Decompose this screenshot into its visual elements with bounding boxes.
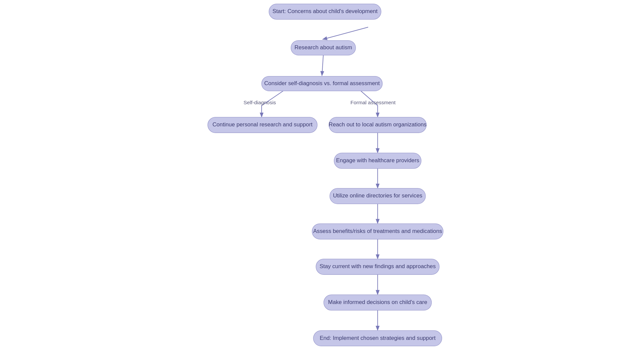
arrow-start-research <box>323 27 368 39</box>
flowchart: Self-diagnosis Formal assessment Start: … <box>0 0 644 362</box>
formal-assessment-label: Formal assessment <box>351 100 396 105</box>
engage-node-label: Engage with healthcare providers <box>336 157 419 164</box>
assess-node-label: Assess benefits/risks of treatments and … <box>313 228 442 234</box>
research-node-label: Research about autism <box>294 44 352 51</box>
stay-node-label: Stay current with new findings and appro… <box>320 263 436 269</box>
reach-out-node-label: Reach out to local autism organizations <box>329 121 427 128</box>
end-node-label: End: Implement chosen strategies and sup… <box>320 335 436 341</box>
make-node-label: Make informed decisions on child's care <box>328 299 427 305</box>
self-diagnosis-label: Self-diagnosis <box>244 100 276 105</box>
start-node-label: Start: Concerns about child's developmen… <box>272 8 378 14</box>
utilize-node-label: Utilize online directories for services <box>333 192 422 199</box>
consider-node-label: Consider self-diagnosis vs. formal asses… <box>264 80 380 86</box>
self-diag-node-label: Continue personal research and support <box>213 121 313 128</box>
arrow-research-consider <box>322 55 323 75</box>
